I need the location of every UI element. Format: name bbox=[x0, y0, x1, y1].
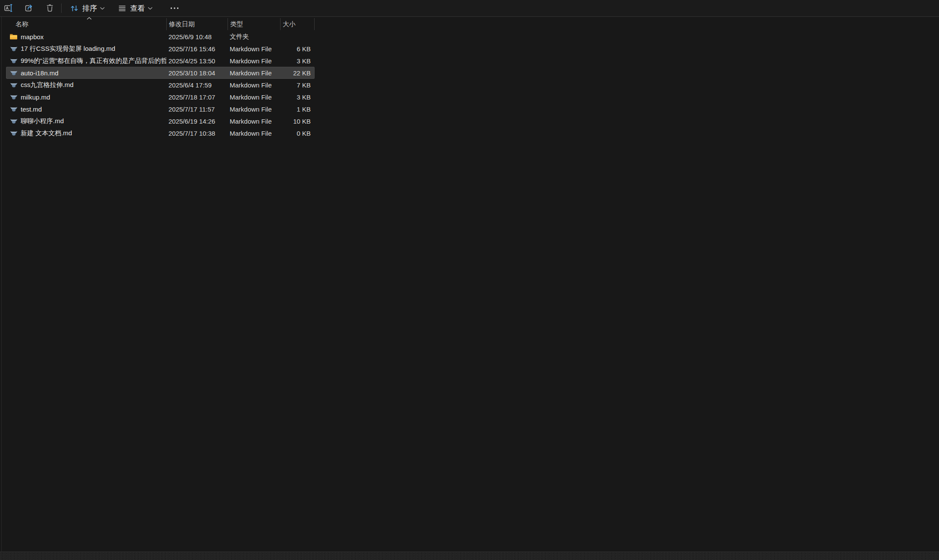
trash-icon bbox=[45, 3, 55, 13]
file-name-cell: test.md bbox=[6, 106, 166, 113]
share-button[interactable] bbox=[22, 1, 37, 15]
file-row[interactable]: 17 行CSS实现骨架屏 loading.md 2025/7/16 15:46 … bbox=[6, 43, 315, 55]
file-name: mapbox bbox=[21, 33, 44, 40]
file-name: 17 行CSS实现骨架屏 loading.md bbox=[21, 45, 115, 53]
view-button[interactable]: 查看 bbox=[114, 1, 156, 15]
column-header-date-modified[interactable]: 修改日期 bbox=[166, 18, 228, 30]
file-name-cell: auto-i18n.md bbox=[6, 69, 166, 77]
markdown-file-icon bbox=[9, 93, 18, 101]
file-date-modified: 2025/7/17 10:38 bbox=[166, 130, 228, 137]
ellipsis-icon bbox=[169, 4, 180, 12]
column-header-name[interactable]: 名称 bbox=[6, 18, 166, 30]
file-explorer-window: 排序 查看 bbox=[0, 0, 939, 560]
markdown-file-icon bbox=[9, 106, 18, 113]
file-type: Markdown File bbox=[228, 93, 280, 101]
file-name-cell: 17 行CSS实现骨架屏 loading.md bbox=[6, 45, 166, 53]
file-name: auto-i18n.md bbox=[21, 69, 59, 77]
file-date-modified: 2025/7/16 15:46 bbox=[166, 45, 228, 53]
file-row[interactable]: auto-i18n.md 2025/3/10 18:04 Markdown Fi… bbox=[6, 67, 315, 79]
pane-separator bbox=[1, 17, 2, 551]
folder-icon bbox=[9, 33, 18, 40]
file-name: 99%的“运营”都在自嗨，真正有效的是产品背后的哲学.md bbox=[21, 57, 166, 65]
more-options-button[interactable] bbox=[167, 1, 182, 15]
share-icon bbox=[24, 3, 34, 13]
file-type: Markdown File bbox=[228, 57, 280, 65]
file-list: mapbox 2025/6/9 10:48 文件夹 bbox=[6, 31, 315, 139]
view-lines-icon bbox=[118, 4, 127, 13]
file-date-modified: 2025/7/17 11:57 bbox=[166, 106, 228, 113]
file-name-cell: milkup.md bbox=[6, 93, 166, 101]
rename-icon bbox=[3, 3, 14, 13]
view-button-label: 查看 bbox=[130, 3, 145, 13]
file-size: 10 KB bbox=[280, 118, 315, 125]
file-row[interactable]: test.md 2025/7/17 11:57 Markdown File 1 … bbox=[6, 103, 315, 115]
file-name-cell: mapbox bbox=[6, 33, 166, 40]
delete-button[interactable] bbox=[42, 1, 58, 15]
markdown-file-icon bbox=[9, 69, 18, 77]
file-name-cell: css九宫格拉伸.md bbox=[6, 81, 166, 89]
file-name: 聊聊小程序.md bbox=[21, 117, 64, 125]
file-size: 1 KB bbox=[280, 106, 315, 113]
file-size: 22 KB bbox=[280, 69, 315, 77]
file-date-modified: 2025/6/9 10:48 bbox=[166, 33, 228, 40]
file-type: Markdown File bbox=[228, 81, 280, 89]
file-date-modified: 2025/3/10 18:04 bbox=[166, 69, 228, 77]
file-type: Markdown File bbox=[228, 45, 280, 53]
file-type: 文件夹 bbox=[228, 33, 280, 41]
file-name-cell: 新建 文本文档.md bbox=[6, 129, 166, 137]
toolbar: 排序 查看 bbox=[0, 0, 939, 17]
sort-button-label: 排序 bbox=[82, 3, 97, 13]
toolbar-divider bbox=[61, 3, 62, 13]
column-header-type[interactable]: 类型 bbox=[228, 18, 280, 30]
sort-arrows-icon bbox=[70, 4, 79, 13]
file-name: 新建 文本文档.md bbox=[21, 129, 72, 137]
file-type: Markdown File bbox=[228, 130, 280, 137]
column-header-row: 名称 修改日期 类型 大小 bbox=[6, 17, 315, 30]
file-size: 7 KB bbox=[280, 81, 315, 89]
bottom-strip bbox=[0, 551, 939, 560]
file-date-modified: 2025/4/25 13:50 bbox=[166, 57, 228, 65]
file-date-modified: 2025/7/18 17:07 bbox=[166, 93, 228, 101]
file-type: Markdown File bbox=[228, 118, 280, 125]
file-row[interactable]: 聊聊小程序.md 2025/6/19 14:26 Markdown File 1… bbox=[6, 115, 315, 127]
column-header-size[interactable]: 大小 bbox=[280, 18, 315, 30]
markdown-file-icon bbox=[9, 81, 18, 89]
file-row[interactable]: 99%的“运营”都在自嗨，真正有效的是产品背后的哲学.md 2025/4/25 … bbox=[6, 55, 315, 67]
file-type: Markdown File bbox=[228, 69, 280, 77]
file-name: css九宫格拉伸.md bbox=[21, 81, 74, 89]
sort-button[interactable]: 排序 bbox=[66, 1, 109, 15]
file-row[interactable]: 新建 文本文档.md 2025/7/17 10:38 Markdown File… bbox=[6, 127, 315, 139]
markdown-file-icon bbox=[9, 118, 18, 125]
markdown-file-icon bbox=[9, 45, 18, 53]
file-date-modified: 2025/6/4 17:59 bbox=[166, 81, 228, 89]
file-size: 3 KB bbox=[280, 57, 315, 65]
file-size: 3 KB bbox=[280, 93, 315, 101]
file-type: Markdown File bbox=[228, 106, 280, 113]
file-size: 0 KB bbox=[280, 130, 315, 137]
chevron-down-icon bbox=[100, 7, 105, 10]
chevron-down-icon bbox=[148, 7, 153, 10]
file-name-cell: 聊聊小程序.md bbox=[6, 117, 166, 125]
file-name: test.md bbox=[21, 106, 42, 113]
rename-button[interactable] bbox=[1, 1, 16, 15]
file-date-modified: 2025/6/19 14:26 bbox=[166, 118, 228, 125]
markdown-file-icon bbox=[9, 130, 18, 137]
file-name: milkup.md bbox=[21, 93, 50, 101]
file-row[interactable]: css九宫格拉伸.md 2025/6/4 17:59 Markdown File… bbox=[6, 79, 315, 91]
file-size: 6 KB bbox=[280, 45, 315, 53]
file-row[interactable]: mapbox 2025/6/9 10:48 文件夹 bbox=[6, 31, 315, 43]
markdown-file-icon bbox=[9, 57, 18, 65]
file-row[interactable]: milkup.md 2025/7/18 17:07 Markdown File … bbox=[6, 91, 315, 103]
file-name-cell: 99%的“运营”都在自嗨，真正有效的是产品背后的哲学.md bbox=[6, 57, 166, 65]
